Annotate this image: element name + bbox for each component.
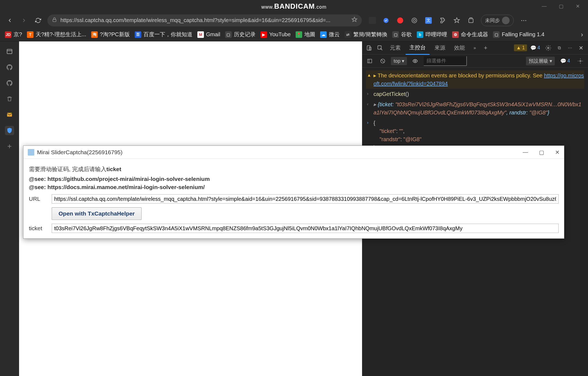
toolbar-extensions: 文 未同步 ⋯: [369, 15, 528, 26]
sync-label: 未同步: [485, 17, 500, 24]
window-maximize-button[interactable]: ▢: [559, 3, 564, 9]
sidebar-shield-icon[interactable]: [5, 126, 14, 135]
info-badge[interactable]: 💬4: [528, 44, 542, 51]
window-close-button[interactable]: ✕: [576, 3, 580, 9]
bookmark-item[interactable]: 📍地圖: [296, 31, 315, 38]
devtools-link-icon[interactable]: ⧉: [554, 43, 564, 53]
bookmark-icon: T: [27, 31, 33, 38]
bookmark-label: 命令生成器: [461, 31, 488, 38]
sidebar-github-icon[interactable]: [5, 63, 14, 72]
dialog-minimize-button[interactable]: —: [523, 149, 528, 156]
sidebar-github-icon-2[interactable]: [5, 78, 14, 88]
warnings-badge[interactable]: ▲1: [514, 44, 527, 51]
address-url: https://ssl.captcha.qq.com/template/wire…: [60, 17, 348, 23]
bookmark-label: 京?: [14, 31, 22, 38]
add-tab-button[interactable]: +: [481, 43, 491, 53]
sidebar-mail-icon[interactable]: [5, 110, 14, 119]
forward-button[interactable]: [19, 16, 29, 25]
extension-icon-1[interactable]: [369, 17, 376, 24]
extension-icon-4[interactable]: [410, 16, 418, 25]
svg-rect-6: [7, 113, 12, 117]
extension-icon-3[interactable]: [396, 16, 404, 25]
bookmark-icon: b: [417, 31, 423, 38]
instruction-text: 需要滑动验证码, 完成后请输入ticket: [29, 165, 559, 173]
bookmark-icon: ▶: [261, 31, 267, 38]
sidebar-add-button[interactable]: +: [5, 142, 14, 151]
reload-button[interactable]: [33, 16, 43, 25]
favorites-button[interactable]: [453, 16, 461, 25]
bookmark-item[interactable]: MGmail: [197, 31, 220, 38]
bookmark-item[interactable]: ⇄繁簡/簡繁轉換: [345, 31, 388, 38]
bookmark-label: 微云: [329, 31, 340, 38]
svg-point-14: [580, 60, 581, 62]
sidebar-trash-icon[interactable]: [5, 94, 14, 104]
bookmark-item[interactable]: b哔哩哔哩: [417, 31, 447, 38]
filter-input[interactable]: [423, 56, 467, 66]
tab-performance[interactable]: 效能: [450, 41, 469, 54]
context-selector[interactable]: top ▾: [391, 57, 407, 65]
bookmark-label: 地圖: [304, 31, 315, 38]
browser-menu-button[interactable]: ⋯: [520, 16, 528, 25]
devtools-close-button[interactable]: ✕: [576, 43, 586, 53]
console-warning[interactable]: ▲▸ The deviceorientation events are bloc…: [366, 70, 584, 89]
bookmark-icon: ▢: [493, 31, 500, 38]
tab-sources[interactable]: 來源: [431, 41, 449, 54]
collections-button[interactable]: [467, 16, 475, 25]
bookmark-icon: ☁: [320, 31, 327, 38]
address-bar[interactable]: https://ssl.captcha.qq.com/template/wire…: [47, 14, 362, 26]
extensions-button[interactable]: [439, 16, 447, 25]
bookmark-item[interactable]: T天?精?-理想生活上...: [27, 31, 86, 38]
console-sidebar-toggle[interactable]: [365, 56, 375, 66]
bookmark-item[interactable]: ▶YouTube: [261, 31, 291, 38]
open-helper-button[interactable]: Open with TxCaptchaHelper: [52, 207, 142, 220]
bookmark-item[interactable]: ▢谷歌: [392, 31, 412, 38]
log-level-selector[interactable]: 預設層級 ▾: [526, 57, 555, 65]
bookmark-item[interactable]: 百百度一下，你就知道: [135, 31, 192, 38]
console-result-line[interactable]: ‹▸ {ticket: "t03sRei7Vi26JgRw8FhZjgs6VBq…: [366, 99, 584, 118]
avatar-icon: [502, 17, 510, 24]
bookmark-label: 谷歌: [401, 31, 412, 38]
bookmark-item[interactable]: ▢Falling Falling 1.4: [493, 31, 544, 38]
svg-point-3: [413, 19, 415, 22]
bookmark-item[interactable]: ▢历史记录: [225, 31, 256, 38]
console-input-line[interactable]: ›capGetTicket(): [366, 89, 584, 99]
device-toggle-button[interactable]: [364, 43, 374, 53]
ticket-input[interactable]: [52, 224, 559, 233]
live-expression-button[interactable]: [410, 56, 420, 66]
bookmark-label: Gmail: [206, 31, 220, 38]
bookmark-icon: ▢: [392, 31, 399, 38]
bookmark-item[interactable]: JD京?: [5, 31, 22, 38]
settings-button[interactable]: [543, 43, 553, 53]
dialog-titlebar[interactable]: Mirai SliderCaptcha(2256916795) — ▢ ✕: [23, 146, 564, 159]
tab-elements[interactable]: 元素: [386, 41, 405, 54]
svg-point-10: [547, 47, 549, 49]
extension-icon-2[interactable]: [382, 16, 390, 25]
info-count[interactable]: 💬4: [558, 57, 572, 65]
bookmarks-overflow-button[interactable]: ›: [581, 31, 583, 38]
devtools-menu-button[interactable]: ⋯: [565, 43, 575, 53]
inspect-button[interactable]: [375, 43, 385, 53]
sidebar-tabs-icon[interactable]: [5, 47, 14, 56]
svg-point-2: [412, 18, 417, 23]
more-tabs-button[interactable]: »: [470, 43, 480, 53]
tab-console[interactable]: 主控台: [406, 41, 430, 55]
bookmark-label: 百度一下，你就知道: [143, 31, 192, 38]
window-minimize-button[interactable]: —: [542, 3, 547, 9]
bookmark-label: 繁簡/簡繁轉換: [353, 31, 388, 38]
bookmark-icon: ⇄: [345, 31, 351, 38]
bookmarks-bar: JD京? T天?精?-理想生活上... 淘?淘?PC新版 百百度一下，你就知道 …: [0, 28, 588, 41]
console-settings-button[interactable]: [575, 56, 585, 66]
console-toolbar: top ▾ 預設層級 ▾ 💬4: [362, 54, 588, 68]
favorite-icon[interactable]: [351, 17, 357, 24]
bookmark-item[interactable]: 淘?淘?PC新版: [91, 31, 130, 38]
dialog-close-button[interactable]: ✕: [555, 149, 560, 156]
profile-sync-badge[interactable]: 未同步: [481, 15, 514, 26]
browser-toolbar: https://ssl.captcha.qq.com/template/wire…: [0, 13, 588, 28]
clear-console-button[interactable]: [378, 56, 388, 66]
bookmark-item[interactable]: ☁微云: [320, 31, 340, 38]
back-button[interactable]: [5, 16, 15, 25]
url-input[interactable]: [52, 194, 559, 204]
dialog-maximize-button[interactable]: ▢: [539, 149, 544, 156]
bookmark-item[interactable]: ⚙命令生成器: [452, 31, 488, 38]
extension-icon-translate[interactable]: 文: [424, 16, 433, 25]
